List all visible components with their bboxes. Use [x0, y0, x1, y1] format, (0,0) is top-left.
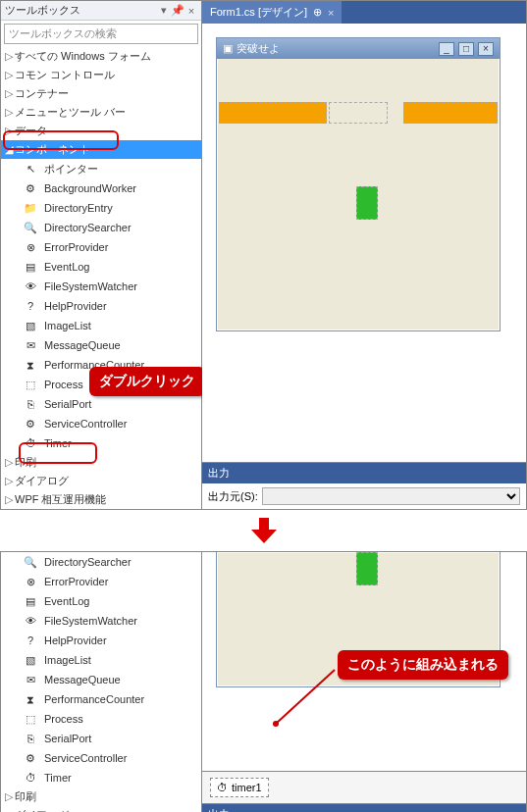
chevron-icon: ▷: [5, 475, 15, 487]
gap-bar[interactable]: [329, 102, 388, 124]
item-label: PerformanceCounter: [44, 693, 144, 705]
category-すべての Windows フォーム[interactable]: ▷すべての Windows フォーム: [1, 47, 201, 66]
item-label: SerialPort: [44, 733, 91, 744]
toolbox-item-SerialPort[interactable]: ⎘SerialPort: [1, 729, 201, 748]
fswatch-icon: 👁: [23, 279, 38, 294]
green-block-2[interactable]: [356, 552, 378, 585]
toolbox-item-ServiceController[interactable]: ⚙ServiceController: [1, 414, 201, 433]
output-panel: 出力 出力元(S):: [202, 462, 526, 509]
category-印刷[interactable]: ▷印刷: [1, 453, 201, 472]
category-ダイアログ[interactable]: ▷ダイアログ: [1, 472, 201, 490]
callout-embedded: このように組み込まれる: [338, 650, 508, 680]
category-label: コンテナー: [15, 86, 69, 101]
item-label: DirectorySearcher: [44, 556, 132, 568]
green-block[interactable]: [356, 186, 378, 220]
output-source-select[interactable]: [262, 487, 520, 505]
pin-icon[interactable]: 📌: [172, 5, 184, 17]
toolbox-list: ▷すべての Windows フォーム▷コモン コントロール▷コンテナー▷メニュー…: [1, 47, 201, 509]
toolbox-list-2: 🔍DirectorySearcher⊗ErrorProvider▤EventLo…: [1, 552, 201, 812]
toolbox-item-MessageQueue[interactable]: ✉MessageQueue: [1, 335, 201, 355]
output-source-label: 出力元(S):: [208, 489, 258, 504]
category-ダイアログ[interactable]: ▷ダイアログ: [1, 806, 201, 812]
timer-icon: ⏱: [217, 782, 228, 793]
item-label: MessageQueue: [44, 339, 121, 351]
toolbox-item-ImageList[interactable]: ▧ImageList: [1, 316, 201, 335]
eventlog-icon: ▤: [23, 259, 38, 275]
toolbox-item-FileSystemWatcher[interactable]: 👁FileSystemWatcher: [1, 611, 201, 631]
tab-pin-icon[interactable]: ⊕: [313, 6, 322, 19]
category-label: WPF 相互運用機能: [15, 492, 107, 507]
toolbox-item-DirectorySearcher[interactable]: 🔍DirectorySearcher: [1, 218, 201, 237]
category-WPF 相互運用機能[interactable]: ▷WPF 相互運用機能: [1, 490, 201, 509]
item-label: ImageList: [44, 654, 91, 666]
toolbox-item-Timer[interactable]: ⏱Timer: [1, 433, 201, 453]
minimize-button[interactable]: _: [439, 42, 454, 56]
toolbox-header: ツールボックス ▾ 📌 ×: [1, 1, 201, 21]
toolbox-item-ServiceController[interactable]: ⚙ServiceController: [1, 748, 201, 768]
category-label: 印刷: [15, 789, 36, 804]
toolbox-item-Timer[interactable]: ⏱Timer: [1, 768, 201, 787]
category-データ[interactable]: ▷データ: [1, 122, 201, 140]
imagelist-icon: ▧: [23, 318, 38, 333]
orange-bar-right[interactable]: [403, 102, 498, 124]
dropdown-icon[interactable]: ▾: [158, 5, 170, 17]
help-icon: ?: [23, 633, 38, 648]
component-tray[interactable]: ⏱ timer1: [202, 771, 526, 803]
tab-close-icon[interactable]: ×: [328, 7, 334, 19]
perf-icon: ⧗: [23, 357, 38, 373]
design-surface[interactable]: ▣ 突破せよ _ □ ×: [202, 24, 526, 462]
form-window[interactable]: ▣ 突破せよ _ □ ×: [216, 37, 501, 331]
close-button[interactable]: ×: [478, 42, 494, 56]
category-コンテナー[interactable]: ▷コンテナー: [1, 84, 201, 103]
category-label: ダイアログ: [15, 808, 69, 812]
category-コモン コントロール[interactable]: ▷コモン コントロール: [1, 66, 201, 84]
item-label: ServiceController: [44, 752, 127, 764]
toolbox-item-EventLog[interactable]: ▤EventLog: [1, 591, 201, 611]
serial-icon: ⎘: [23, 396, 38, 412]
toolbox-item-ImageList[interactable]: ▧ImageList: [1, 650, 201, 670]
msgq-icon: ✉: [23, 337, 38, 353]
chevron-icon: ▷: [5, 106, 15, 119]
toolbox-item-ErrorProvider[interactable]: ⊗ErrorProvider: [1, 237, 201, 257]
toolbox-item-HelpProvider[interactable]: ?HelpProvider: [1, 296, 201, 316]
form-titlebar: ▣ 突破せよ _ □ ×: [217, 38, 500, 59]
toolbox-item-ポインター[interactable]: ↖ポインター: [1, 159, 201, 178]
toolbox-item-FileSystemWatcher[interactable]: 👁FileSystemWatcher: [1, 277, 201, 296]
toolbox-item-DirectorySearcher[interactable]: 🔍DirectorySearcher: [1, 552, 201, 572]
designer-panel: Form1.cs [デザイン] ⊕ × ▣ 突破せよ _ □ ×: [202, 1, 526, 509]
output-title: 出力: [202, 463, 526, 483]
toolbox-item-DirectoryEntry[interactable]: 📁DirectoryEntry: [1, 198, 201, 218]
item-label: FileSystemWatcher: [44, 280, 137, 292]
item-label: Timer: [44, 437, 72, 449]
service-icon: ⚙: [23, 750, 38, 766]
category-label: コモン コントロール: [15, 68, 115, 82]
item-label: EventLog: [44, 595, 89, 607]
category-label: データ: [15, 124, 47, 138]
toolbox-item-BackgroundWorker[interactable]: ⚙BackgroundWorker: [1, 178, 201, 198]
item-label: Process: [44, 379, 83, 390]
item-label: ポインター: [44, 162, 98, 177]
category-印刷[interactable]: ▷印刷: [1, 787, 201, 806]
toolbox-item-SerialPort[interactable]: ⎘SerialPort: [1, 394, 201, 414]
category-メニューとツール バー[interactable]: ▷メニューとツール バー: [1, 103, 201, 122]
toolbox-item-HelpProvider[interactable]: ?HelpProvider: [1, 631, 201, 650]
help-icon: ?: [23, 298, 38, 314]
item-label: DirectoryEntry: [44, 202, 113, 214]
chevron-icon: ▷: [5, 50, 15, 63]
orange-bar-left[interactable]: [219, 102, 327, 124]
toolbox-item-ErrorProvider[interactable]: ⊗ErrorProvider: [1, 572, 201, 591]
toolbox-item-Process[interactable]: ⬚Process: [1, 709, 201, 729]
item-label: HelpProvider: [44, 634, 107, 646]
category-コンポーネント[interactable]: ◢コンポーネント: [1, 140, 201, 159]
close-icon[interactable]: ×: [185, 5, 197, 17]
maximize-button[interactable]: □: [458, 42, 474, 56]
tray-timer1[interactable]: ⏱ timer1: [210, 778, 269, 797]
toolbox-item-MessageQueue[interactable]: ✉MessageQueue: [1, 670, 201, 689]
toolbox-item-PerformanceCounter[interactable]: ⧗PerformanceCounter: [1, 689, 201, 709]
toolbox-item-EventLog[interactable]: ▤EventLog: [1, 257, 201, 277]
form-icon: ▣: [223, 42, 233, 55]
toolbox-search-input[interactable]: ツールボックスの検索: [4, 24, 198, 44]
tab-form1-design[interactable]: Form1.cs [デザイン] ⊕ ×: [202, 1, 342, 24]
form-client-area[interactable]: [217, 59, 500, 331]
item-label: EventLog: [44, 261, 89, 273]
